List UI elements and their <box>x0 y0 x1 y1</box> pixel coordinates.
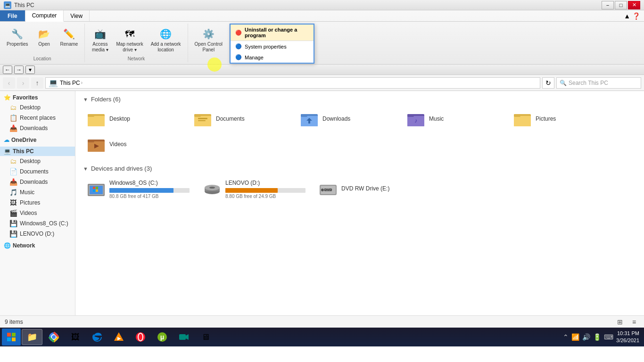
refresh-button[interactable]: ↻ <box>542 77 554 89</box>
folder-item-videos[interactable]: Videos <box>83 133 187 156</box>
map-network-drive-button[interactable]: 🗺 Map networkdrive ▾ <box>113 25 146 55</box>
sidebar-item-documents[interactable]: 📄 Documents <box>0 166 75 177</box>
control-panel-buttons: ⚙️ Open ControlPanel <box>192 25 225 60</box>
sidebar-item-pictures[interactable]: 🖼 Pictures <box>0 197 75 208</box>
sidebar-header-favorites[interactable]: ⭐ Favorites <box>0 93 75 102</box>
svg-rect-10 <box>301 114 307 117</box>
tray-extra-icon[interactable]: ⌨ <box>604 333 613 341</box>
drive-c-bar-bg <box>109 188 190 193</box>
sidebar-header-network[interactable]: 🌐 Network <box>0 241 75 250</box>
sidebar-header-onedrive[interactable]: ☁ OneDrive <box>0 135 75 145</box>
drive-item-d[interactable]: LENOVO (D:) 8.80 GB free of 24.9 GB <box>199 177 312 202</box>
downloads-label: Downloads <box>20 125 48 132</box>
network-icon: 🌐 <box>4 242 11 249</box>
svg-point-49 <box>138 333 143 341</box>
tray-clock[interactable]: 10:31 PM 3/26/2021 <box>616 330 639 345</box>
window-icon: 💻 <box>4 1 11 9</box>
tray-arrow-icon[interactable]: ⌃ <box>563 333 569 341</box>
taskbar-app-vlc[interactable]: ▶ <box>108 329 129 345</box>
close-button[interactable]: ✕ <box>628 1 640 9</box>
tray-battery-icon[interactable]: 🔋 <box>593 333 601 341</box>
uninstall-icon: 🔴 <box>235 30 242 36</box>
sidebar-item-downloads2[interactable]: 📥 Downloads <box>0 177 75 187</box>
sidebar-item-lenovo-d[interactable]: 💾 LENOVO (D:) <box>0 229 75 239</box>
taskbar-app-file-explorer[interactable]: 📁 <box>22 329 42 345</box>
taskbar-app-chrome[interactable] <box>43 329 64 345</box>
up-button[interactable]: ↑ <box>31 77 43 89</box>
sidebar-item-windows8-os[interactable]: 💾 Windows8_OS (C:) <box>0 218 75 229</box>
sidebar-item-music[interactable]: 🎵 Music <box>0 187 75 197</box>
videos-label: Videos <box>20 210 37 216</box>
address-input[interactable]: 💻 This PC › <box>45 77 540 89</box>
qat-back-button[interactable]: ← <box>3 66 12 74</box>
ribbon-collapse-btn[interactable]: ▲ <box>624 12 630 20</box>
taskbar-app-edge[interactable] <box>87 329 107 345</box>
rename-button[interactable]: ✏️ Rename <box>58 25 81 49</box>
devices-section-header: ▼ Devices and drives (3) <box>83 165 636 172</box>
sidebar-header-thispc[interactable]: 💻 This PC <box>0 147 75 156</box>
back-button[interactable]: ‹ <box>3 77 15 89</box>
maximize-button[interactable]: □ <box>615 1 627 9</box>
taskbar-app-unknown[interactable]: 🖥 <box>195 329 216 345</box>
properties-button[interactable]: 🔧 Properties <box>4 25 31 49</box>
large-icons-view-btn[interactable]: ⊞ <box>615 317 625 327</box>
start-button[interactable] <box>2 329 21 346</box>
lenovo-d-icon: 💾 <box>9 230 17 238</box>
tray-volume-icon[interactable]: 🔊 <box>582 333 590 341</box>
folder-music-icon: ♪ <box>406 110 425 127</box>
file-explorer-icon: 📁 <box>26 331 38 343</box>
thispc-icon: 💻 <box>4 148 11 155</box>
tab-view[interactable]: View <box>64 10 90 21</box>
help-btn[interactable]: ❓ <box>632 12 640 20</box>
folder-item-pictures[interactable]: Pictures <box>509 107 613 130</box>
sidebar-item-desktop2[interactable]: 🗂 Desktop <box>0 156 75 166</box>
open-button[interactable]: 📂 Open <box>33 25 56 49</box>
drive-item-c[interactable]: Windows8_OS (C:) 80.8 GB free of 417 GB <box>83 177 196 202</box>
svg-text:▶: ▶ <box>117 336 121 341</box>
details-view-btn[interactable]: ≡ <box>629 317 639 327</box>
taskbar-app-utorrent[interactable]: μ <box>152 329 173 345</box>
open-control-panel-button[interactable]: ⚙️ Open ControlPanel <box>192 25 225 55</box>
taskbar-app-meet[interactable] <box>173 329 194 345</box>
recent-places-label: Recent places <box>20 115 56 121</box>
sidebar-item-recent-places[interactable]: 📋 Recent places <box>0 113 75 123</box>
qat-forward-button[interactable]: → <box>14 66 24 74</box>
search-box[interactable]: 🔍 Search This PC <box>556 77 641 89</box>
sidebar-item-desktop[interactable]: 🗂 Desktop <box>0 102 75 113</box>
minimize-button[interactable]: − <box>602 1 614 9</box>
unknown-icon: 🖥 <box>200 331 211 343</box>
svg-rect-5 <box>194 114 201 117</box>
svg-rect-42 <box>12 337 16 341</box>
tab-computer[interactable]: Computer <box>25 10 64 22</box>
uninstall-button[interactable]: 🔴 Uninstall or change a program <box>231 25 314 41</box>
folders-arrow: ▼ <box>83 97 88 102</box>
ribbon-group-control-panel: ⚙️ Open ControlPanel <box>188 24 230 62</box>
tab-file[interactable]: File <box>0 10 25 21</box>
add-network-location-button[interactable]: 🌐 Add a networklocation <box>148 25 184 55</box>
music-label: Music <box>20 189 34 196</box>
folder-item-documents[interactable]: Documents <box>190 107 293 130</box>
desktop2-icon: 🗂 <box>9 157 17 165</box>
drive-item-e[interactable]: DVD DVD RW Drive (E:) <box>315 177 428 202</box>
forward-button[interactable]: › <box>17 77 29 89</box>
folder-documents-label: Documents <box>216 115 245 122</box>
system-properties-icon: 🔵 <box>235 43 242 49</box>
folder-item-desktop[interactable]: Desktop <box>83 107 187 130</box>
downloads2-label: Downloads <box>20 179 48 185</box>
manage-button[interactable]: 🔵 Manage <box>231 52 314 63</box>
sidebar-item-videos[interactable]: 🎬 Videos <box>0 208 75 218</box>
system-properties-button[interactable]: 🔵 System properties <box>231 41 314 52</box>
sidebar-item-downloads[interactable]: 📥 Downloads <box>0 123 75 133</box>
tray-network-icon[interactable]: 📶 <box>571 333 579 341</box>
qat-more-button[interactable]: ▾ <box>25 66 35 74</box>
utorrent-icon: μ <box>157 331 168 343</box>
taskbar-app-photos[interactable]: 🖼 <box>65 329 86 345</box>
folder-item-music[interactable]: ♪ Music <box>403 107 506 130</box>
folder-item-downloads[interactable]: Downloads <box>296 107 400 130</box>
access-media-button[interactable]: 📺 Accessmedia ▾ <box>89 25 111 55</box>
properties-icon: 🔧 <box>10 26 25 41</box>
folders-section-title: Folders (6) <box>91 96 121 103</box>
desktop-icon: 🗂 <box>9 104 17 111</box>
meet-icon <box>178 331 190 343</box>
taskbar-app-opera[interactable] <box>130 329 151 345</box>
